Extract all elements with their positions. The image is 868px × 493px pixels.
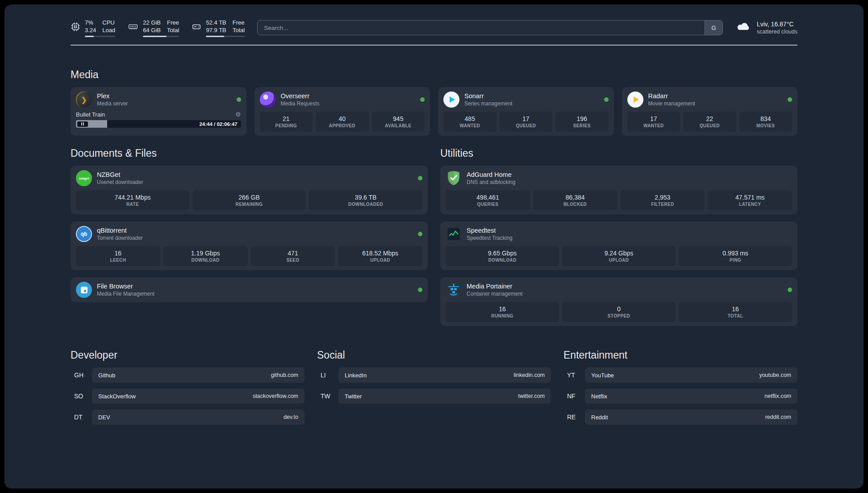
service-card-sonarr[interactable]: Sonarr Series management 485 WANTED 17 Q… xyxy=(438,87,614,136)
stat-box: 0.993 ms PING xyxy=(679,246,792,266)
stat-box: 39.6 TB DOWNLOADED xyxy=(309,190,422,210)
stat-value: 196 xyxy=(577,115,587,122)
status-dot xyxy=(418,232,422,236)
qbittorrent-icon: qb xyxy=(76,226,92,242)
stat-box: 744.21 Mbps RATE xyxy=(76,190,189,210)
stat-box: 9.65 Gbps DOWNLOAD xyxy=(446,246,559,266)
top-bar: 7% 3.24 CPU Load xyxy=(71,18,797,38)
bookmark-name: Reddit xyxy=(591,414,608,421)
stat-box: 16 LEECH xyxy=(76,246,160,266)
stat-box: 485 WANTED xyxy=(443,112,497,132)
service-card-qbittorrent[interactable]: qb qBittorrent Torrent downloader 16 LEE… xyxy=(71,221,428,270)
stat-value: 0.993 ms xyxy=(722,250,748,257)
stat-value: 47.571 ms xyxy=(735,194,764,201)
cpu-load-label: Load xyxy=(102,26,115,34)
stat-label: DOWNLOAD xyxy=(192,258,220,263)
search-provider-button[interactable]: G xyxy=(705,21,722,35)
cpu-progress-fill xyxy=(85,36,94,37)
stat-box: 16 RUNNING xyxy=(446,302,559,322)
weather-condition: scattered clouds xyxy=(757,28,797,35)
status-dot xyxy=(788,288,792,292)
section-title-social: Social xyxy=(317,349,551,361)
bookmark-linkedin[interactable]: LI LinkedIn linkedin.com xyxy=(317,368,551,383)
stat-value: 0 xyxy=(617,305,621,313)
bookmark-name: YouTube xyxy=(591,372,614,379)
stat-box: 498,461 QUERIES xyxy=(446,190,530,210)
stat-value: 16 xyxy=(732,305,739,313)
section-title-developer: Developer xyxy=(71,349,305,361)
stat-box: 196 SERIES xyxy=(555,112,609,132)
service-subtitle: Media Requests xyxy=(281,100,320,107)
service-name: AdGuard Home xyxy=(467,171,515,179)
status-dot xyxy=(418,176,422,180)
bookmark-pill: DEV dev.to xyxy=(92,409,305,425)
section-media: Media ❯ Plex Media server Bullet Train ⚙ xyxy=(71,69,797,136)
stat-value: 2,953 xyxy=(655,194,670,201)
bookmarks-social: Social LI LinkedIn linkedin.com TW Twitt… xyxy=(317,349,551,430)
stat-label: WANTED xyxy=(459,123,480,128)
bookmark-domain: youtube.com xyxy=(759,372,791,378)
service-subtitle: Container management xyxy=(467,291,522,297)
stat-label: DOWNLOADED xyxy=(348,202,383,207)
bookmark-youtube[interactable]: YT YouTube youtube.com xyxy=(563,368,797,383)
bookmark-twitter[interactable]: TW Twitter twitter.com xyxy=(317,389,551,404)
bookmark-dev[interactable]: DT DEV dev.to xyxy=(71,409,305,425)
stat-label: PING xyxy=(730,258,741,263)
bookmark-pill: Github github.com xyxy=(92,368,305,383)
stat-value: 21 xyxy=(283,115,290,122)
service-card-nzbget[interactable]: nzbget NZBGet Usenet downloader 744.21 M… xyxy=(71,166,428,214)
memory-icon xyxy=(128,19,138,33)
bookmark-domain: twitter.com xyxy=(518,393,545,399)
stat-value: 9.24 Gbps xyxy=(605,250,634,257)
bookmark-abbr: NF xyxy=(563,393,585,400)
cpu-percent: 7% xyxy=(85,19,96,26)
service-card-overseerr[interactable]: Overseerr Media Requests 21 PENDING 40 A… xyxy=(255,87,430,136)
cpu-icon xyxy=(71,19,80,33)
service-card-speedtest[interactable]: Speedtest Speedtest Tracking 9.65 Gbps D… xyxy=(440,221,797,270)
playback-progress-bar[interactable]: 24:44 / 02:06:47 xyxy=(76,120,241,128)
bookmark-name: Netflix xyxy=(591,393,607,400)
speedtest-chart-icon xyxy=(446,226,462,242)
bookmark-reddit[interactable]: RE Reddit reddit.com xyxy=(563,409,797,425)
stat-label: QUEUED xyxy=(516,123,536,128)
disk-free-label: Free xyxy=(233,19,245,26)
disk-free: 52.4 TB xyxy=(206,19,226,26)
stat-box: 266 GB REMAINING xyxy=(192,190,306,210)
pause-icon[interactable] xyxy=(77,121,88,127)
service-card-plex[interactable]: ❯ Plex Media server Bullet Train ⚙ 24:44… xyxy=(71,87,246,136)
service-card-adguard[interactable]: AdGuard Home DNS and adblocking 498,461 … xyxy=(440,166,797,214)
bookmark-name: DEV xyxy=(98,414,110,421)
bookmarks-developer: Developer GH Github github.com SO StackO… xyxy=(71,349,305,430)
bookmark-abbr: SO xyxy=(71,393,92,400)
bookmark-domain: github.com xyxy=(271,372,298,378)
stat-box: 834 MOVIES xyxy=(739,112,793,132)
bookmark-netflix[interactable]: NF Netflix netflix.com xyxy=(563,389,797,404)
stat-label: DOWNLOAD xyxy=(488,258,516,263)
service-card-radarr[interactable]: Radarr Movie management 17 WANTED 22 QUE… xyxy=(622,87,798,136)
service-card-portainer[interactable]: Media Portainer Container management 16 … xyxy=(440,277,797,326)
playback-time: 24:44 / 02:06:47 xyxy=(199,121,237,127)
search-input[interactable] xyxy=(258,21,705,35)
section-documents: Documents & Files nzbget NZBGet Usenet d… xyxy=(71,147,428,326)
stat-box: 21 PENDING xyxy=(260,112,313,132)
bookmark-name: StackOverflow xyxy=(98,393,136,400)
section-title-utilities: Utilities xyxy=(440,147,797,159)
cpu-label: CPU xyxy=(102,19,115,26)
stat-value: 834 xyxy=(760,115,771,122)
portainer-crane-icon xyxy=(446,282,462,298)
service-card-filebrowser[interactable]: File Browser Media File Management xyxy=(71,277,428,302)
stat-value: 40 xyxy=(338,115,346,122)
bookmark-stackoverflow[interactable]: SO StackOverflow stackoverflow.com xyxy=(71,389,305,404)
cpu-widget: 7% 3.24 CPU Load xyxy=(71,19,115,37)
gear-icon[interactable]: ⚙ xyxy=(235,111,241,118)
weather-location: Lviv, 16.87°C xyxy=(757,20,797,28)
stat-label: REMAINING xyxy=(236,202,263,207)
stat-label: AVAILABLE xyxy=(385,123,411,128)
disk-progress-bar xyxy=(206,36,245,37)
section-utilities: Utilities AdGuard Home xyxy=(440,147,797,326)
stat-value: 22 xyxy=(706,115,713,122)
service-subtitle: Usenet downloader xyxy=(97,179,143,186)
service-name: Overseerr xyxy=(281,92,320,100)
stat-box: 618.52 Mbps UPLOAD xyxy=(338,246,422,266)
bookmark-github[interactable]: GH Github github.com xyxy=(71,368,305,383)
